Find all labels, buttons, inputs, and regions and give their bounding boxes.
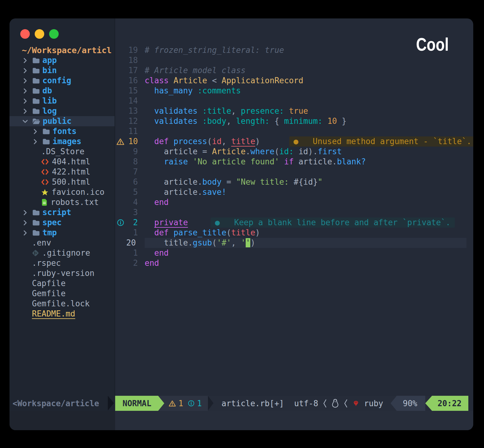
line-number: 3 (126, 207, 141, 218)
tree-item-robots.txt[interactable]: robots.txt (10, 197, 115, 207)
statusline-main: 1 1 article.rb[+] utf-8 ruby 90% 20:22 (158, 396, 473, 411)
tree-item-lib[interactable]: lib (10, 96, 115, 106)
tree-item-.gitignore[interactable]: .gitignore (10, 248, 115, 258)
code-line[interactable]: 9 article = Article.where(id: id).first (115, 147, 473, 157)
tree-item-spec[interactable]: spec (10, 218, 115, 228)
theme-name-overlay: Cool (416, 34, 449, 55)
maximize-button[interactable] (49, 29, 59, 39)
code-line[interactable]: 4 end (115, 197, 473, 207)
tree-item-images[interactable]: images (10, 136, 115, 147)
folder-icon (32, 77, 40, 84)
tree-item-404.html[interactable]: 404.html (10, 157, 115, 167)
tree-item-label: .gitignore (42, 248, 90, 258)
code-editor[interactable]: Cool 19# frozen_string_literal: true1817… (115, 18, 473, 396)
tree-item-public[interactable]: public (10, 116, 115, 126)
sign-column (115, 177, 126, 187)
line-number: 12 (126, 116, 141, 126)
code-line[interactable]: 20 title.gsub('#', '') (115, 238, 473, 248)
code-line[interactable]: 1 end (115, 248, 473, 258)
main-area: ~/Workspace/articl appbinconfigdbliblogp… (10, 18, 473, 396)
code-line[interactable]: 11 (115, 126, 473, 136)
tree-item-.env[interactable]: .env (10, 238, 115, 248)
chevron-right-icon (22, 78, 29, 84)
statusline-mode: NORMAL (115, 396, 164, 411)
git-icon (32, 250, 39, 257)
code-text: validates :title, presence: true (145, 106, 466, 116)
tree-item-label: Gemfile (32, 289, 66, 299)
tree-item-gemfile[interactable]: Gemfile (10, 289, 115, 299)
folder-icon (32, 98, 40, 104)
line-number: 6 (126, 177, 141, 187)
folder-icon (32, 219, 40, 226)
tree-item-config[interactable]: config (10, 76, 115, 86)
code-line[interactable]: 5 article.save! (115, 187, 473, 197)
code-line[interactable]: 16class Article < ApplicationRecord (115, 76, 473, 86)
sign-column (115, 106, 126, 116)
code-line[interactable]: 15 has_many :comments (115, 86, 473, 96)
angle-separator-icon (343, 399, 348, 408)
line-number: 19 (126, 45, 141, 55)
statusline: <Workspace/article NORMAL 1 1 article.rb… (10, 396, 473, 411)
tree-item-favicon.ico[interactable]: favicon.ico (10, 187, 115, 197)
code-line[interactable]: 18 (115, 55, 473, 65)
line-number: 17 (126, 65, 141, 76)
tree-item-bin[interactable]: bin (10, 65, 115, 76)
code-line[interactable]: 14 (115, 96, 473, 106)
tree-item-app[interactable]: app (10, 55, 115, 65)
tree-root-path[interactable]: ~/Workspace/articl (10, 45, 115, 55)
code-text: class Article < ApplicationRecord (145, 76, 466, 86)
code-line[interactable]: 2end (115, 258, 473, 268)
code-text: private● Keep a blank line before and af… (145, 218, 466, 228)
tree-item-gemfile.lock[interactable]: Gemfile.lock (10, 299, 115, 309)
code-line[interactable]: 7 (115, 167, 473, 177)
tree-item-log[interactable]: log (10, 106, 115, 116)
tree-item-label: Capfile (32, 278, 66, 289)
chevron-right-icon (22, 68, 29, 74)
code-text: raise 'No article found' if article.blan… (145, 157, 466, 167)
tree-item-422.html[interactable]: 422.html (10, 167, 115, 177)
code-line[interactable]: 13 validates :title, presence: true (115, 106, 473, 116)
statusline-filetype: ruby (364, 399, 383, 408)
tree-item-db[interactable]: db (10, 86, 115, 96)
sign-column (115, 116, 126, 126)
close-button[interactable] (20, 29, 30, 39)
tree-item-capfile[interactable]: Capfile (10, 278, 115, 289)
tree-item-label: 500.html (52, 177, 90, 187)
tree-item-label: favicon.ico (52, 187, 104, 197)
folder-icon (32, 57, 40, 64)
tree-item-label: tmp (42, 228, 57, 238)
code-line[interactable]: 1 def parse_title(title) (115, 228, 473, 238)
tree-item-label: spec (42, 218, 62, 228)
sign-column (115, 55, 126, 65)
tree-item-fonts[interactable]: fonts (10, 126, 115, 136)
tree-item-readme.md[interactable]: README.md (10, 309, 115, 319)
warning-triangle-icon (169, 400, 176, 407)
code-text (145, 167, 466, 177)
code-line[interactable]: 17# Article model class (115, 65, 473, 76)
code-line[interactable]: 12 validates :body, length: { minimum: 1… (115, 116, 473, 126)
line-number: 14 (126, 96, 141, 106)
tree-item-.rspec[interactable]: .rspec (10, 258, 115, 268)
tree-item-.ds_store[interactable]: .DS_Store (10, 147, 115, 157)
minimize-button[interactable] (35, 29, 44, 39)
code-line[interactable]: 2 private● Keep a blank line before and … (115, 218, 473, 228)
chevron-right-icon (22, 88, 29, 94)
code-line[interactable]: 6 article.body = "New title: #{id}" (115, 177, 473, 187)
code-lines: 19# frozen_string_literal: true1817# Art… (115, 45, 473, 268)
line-number: 2 (126, 258, 141, 268)
tree-item-tmp[interactable]: tmp (10, 228, 115, 238)
tree-item-.ruby-version[interactable]: .ruby-version (10, 268, 115, 278)
code-line[interactable]: 3 (115, 207, 473, 218)
tree-item-label: 422.html (52, 167, 90, 177)
tree-item-script[interactable]: script (10, 207, 115, 218)
sign-column (115, 65, 126, 76)
info-circle-icon (115, 218, 126, 228)
tree-item-500.html[interactable]: 500.html (10, 177, 115, 187)
line-number: 4 (126, 197, 141, 207)
sign-column (115, 45, 126, 55)
html-code-icon (41, 169, 49, 175)
sign-column (115, 157, 126, 167)
code-line[interactable]: 8 raise 'No article found' if article.bl… (115, 157, 473, 167)
line-number: 16 (126, 76, 141, 86)
code-line[interactable]: 10 def process(id, title)● Unused method… (115, 136, 473, 147)
